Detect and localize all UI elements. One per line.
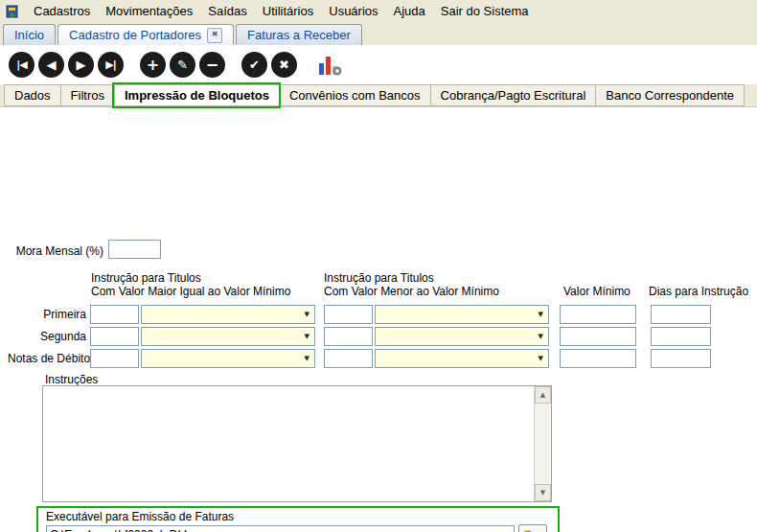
segunda-dias-instrucao-input[interactable] — [651, 327, 711, 346]
notas-valor-minimo-input[interactable] — [560, 349, 636, 368]
menu-bar: Cadastros Movimentações Saídas Utilitári… — [0, 0, 757, 23]
group2-title: Instrução para Titulos — [324, 271, 434, 285]
browse-file-button[interactable] — [518, 524, 547, 532]
delete-record-button[interactable]: − — [199, 52, 225, 78]
chevron-down-icon: ▼ — [539, 311, 543, 318]
primeira-menor-codigo-input[interactable] — [324, 305, 373, 324]
next-record-button[interactable]: ▶ — [68, 52, 94, 78]
cancel-button[interactable]: ✖ — [271, 52, 297, 78]
primeira-dias-instrucao-input[interactable] — [651, 305, 711, 324]
group1-subtitle: Com Valor Maior Igual ao Valor Mínimo — [91, 285, 290, 298]
tab-convenios-com-bancos[interactable]: Convênios com Bancos — [279, 84, 430, 106]
menu-utilitarios[interactable]: Utilitários — [255, 1, 321, 21]
segunda-menor-combobox[interactable]: ▼ — [375, 327, 549, 346]
tab-filtros[interactable]: Filtros — [60, 84, 114, 106]
page-tab-bar: Dados Filtros Impressão de Bloquetos Con… — [0, 84, 757, 107]
chevron-down-icon: ▼ — [539, 333, 543, 340]
tab-cobranca-pagto-escritural[interactable]: Cobrança/Pagto Escritural — [430, 84, 596, 106]
executavel-path-input[interactable] — [46, 525, 515, 532]
instrucoes-textarea[interactable] — [43, 386, 534, 501]
valor-minimo-header: Valor Mínimo — [563, 285, 631, 298]
notas-maior-combobox[interactable]: ▼ — [141, 349, 315, 368]
primeira-menor-combobox[interactable]: ▼ — [375, 305, 549, 324]
primeira-valor-minimo-input[interactable] — [560, 305, 636, 324]
chevron-down-icon: ▼ — [305, 355, 310, 362]
tab-dados[interactable]: Dados — [4, 84, 60, 106]
menu-cadastros[interactable]: Cadastros — [26, 1, 98, 21]
tab-impressao-de-bloquetos[interactable]: Impressão de Bloquetos — [114, 84, 279, 106]
primeira-maior-combobox[interactable]: ▼ — [141, 305, 315, 324]
menu-usuarios[interactable]: Usuários — [321, 1, 385, 21]
previous-record-button[interactable]: ◀ — [38, 52, 64, 78]
menu-sair-do-sistema[interactable]: Sair do Sistema — [433, 1, 537, 21]
primeira-maior-codigo-input[interactable] — [90, 305, 139, 324]
row-primeira-label: Primeira — [8, 308, 86, 321]
tab-strip: Início Cadastro de Portadores ✖ Faturas … — [0, 22, 757, 45]
add-record-button[interactable]: + — [140, 52, 166, 78]
menu-movimentacoes[interactable]: Movimentações — [98, 1, 200, 21]
chevron-down-icon: ▼ — [539, 355, 543, 362]
record-toolbar: |◀ ◀ ▶ ▶| + ✎ − ✔ ✖ — [0, 45, 757, 84]
report-chart-button[interactable] — [317, 54, 342, 77]
segunda-menor-codigo-input[interactable] — [324, 327, 373, 346]
scroll-down-icon[interactable]: ▼ — [535, 484, 551, 501]
app-icon — [5, 4, 20, 19]
chevron-down-icon: ▼ — [305, 333, 310, 340]
tab-cadastro-de-portadores[interactable]: Cadastro de Portadores ✖ — [57, 24, 234, 45]
tab-label: Início — [14, 28, 44, 42]
tab-label: Faturas a Receber — [247, 28, 351, 42]
notas-menor-codigo-input[interactable] — [324, 349, 373, 368]
scroll-up-icon[interactable]: ▲ — [535, 386, 551, 404]
dias-instrucao-header: Dias para Instrução — [649, 285, 748, 298]
executavel-label: Executável para Emissão de Faturas — [46, 510, 234, 523]
edit-record-button[interactable]: ✎ — [170, 52, 195, 78]
last-record-button[interactable]: ▶| — [98, 52, 124, 78]
tab-close-icon[interactable]: ✖ — [207, 28, 222, 43]
instrucoes-label: Instruções — [45, 373, 98, 386]
row-segunda-label: Segunda — [8, 330, 86, 343]
notas-dias-instrucao-input[interactable] — [651, 349, 711, 368]
tab-banco-correspondente[interactable]: Banco Correspondente — [595, 84, 745, 106]
segunda-maior-codigo-input[interactable] — [90, 327, 139, 346]
mora-mensal-input[interactable] — [108, 240, 161, 259]
tab-inicio[interactable]: Início — [3, 24, 56, 45]
confirm-button[interactable]: ✔ — [241, 52, 267, 78]
mora-mensal-label: Mora Mensal (%) — [8, 244, 103, 258]
menu-saidas[interactable]: Saídas — [200, 1, 254, 21]
bar-chart-icon — [317, 54, 342, 77]
tab-faturas-a-receber[interactable]: Faturas a Receber — [236, 24, 362, 45]
chevron-down-icon: ▼ — [305, 311, 310, 318]
menu-ajuda[interactable]: Ajuda — [386, 1, 433, 21]
vertical-scrollbar[interactable]: ▲ ▼ — [534, 386, 551, 501]
notas-maior-codigo-input[interactable] — [90, 349, 139, 368]
tab-label: Cadastro de Portadores — [69, 28, 201, 42]
group1-title: Instrução para Titulos — [91, 271, 201, 285]
notas-menor-combobox[interactable]: ▼ — [375, 349, 549, 368]
group2-subtitle: Com Valor Menor ao Valor Mínimo — [324, 285, 499, 298]
segunda-maior-combobox[interactable]: ▼ — [141, 327, 315, 346]
row-notas-de-debito-label: Notas de Débito — [8, 352, 86, 365]
executavel-group: Executável para Emissão de Faturas — [36, 506, 560, 532]
instrucoes-field: ▲ ▼ — [42, 385, 552, 502]
form-panel: Mora Mensal (%) Instrução para Titulos C… — [0, 107, 757, 532]
segunda-valor-minimo-input[interactable] — [560, 327, 636, 346]
first-record-button[interactable]: |◀ — [9, 52, 34, 78]
